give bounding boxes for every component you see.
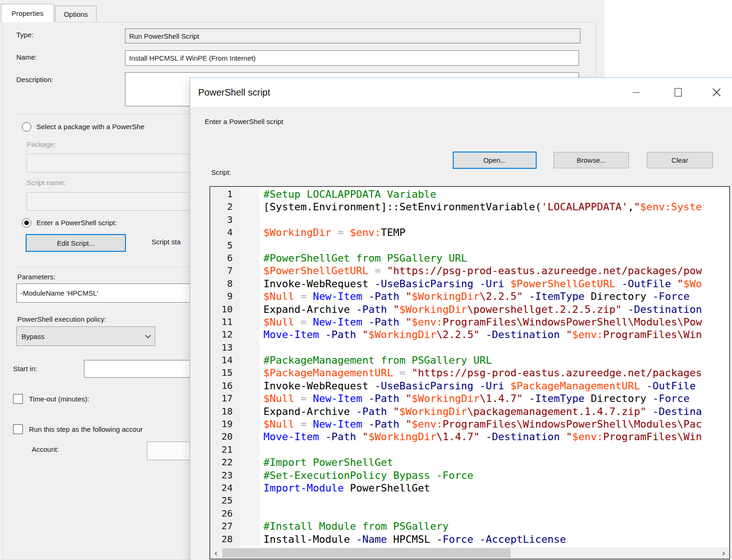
- script-name-label: Script name:: [27, 179, 66, 187]
- code-text: $WorkingDir = $env:TEMP: [260, 226, 406, 239]
- gutter-hatch: [240, 533, 260, 546]
- gutter-hatch: [240, 252, 260, 264]
- run-as-checkbox[interactable]: [13, 424, 23, 434]
- clear-button[interactable]: Clear: [647, 152, 713, 168]
- execution-policy-value: Bypass: [21, 332, 146, 340]
- start-in-label: Start in:: [13, 365, 37, 373]
- maximize-icon: [675, 88, 682, 97]
- line-number: 15: [210, 366, 240, 379]
- package-label: Package:: [27, 140, 56, 148]
- browse-button[interactable]: Browse...: [553, 152, 629, 168]
- dialog-title: PowerShell script: [198, 78, 270, 107]
- code-line: 10Expand-Archive -Path "$WorkingDir\powe…: [210, 303, 729, 316]
- code-line: 15$PackageManagementURL = "https://psg-p…: [210, 366, 729, 379]
- code-text: #PowerShellGet from PSGallery URL: [260, 252, 467, 264]
- code-line: 2[System.Environment]::SetEnvironmentVar…: [210, 200, 729, 213]
- code-text: [260, 341, 263, 354]
- powershell-script-dialog: PowerShell script Enter a PowerShell scr…: [190, 77, 732, 560]
- script-editor[interactable]: 1#Setup LOCALAPPDATA Variable2[System.En…: [209, 186, 730, 560]
- code-line: 11$Null = New-Item -Path "$env:ProgramFi…: [210, 316, 729, 328]
- code-text: $Null = New-Item -Path "$env:ProgramFile…: [260, 316, 702, 328]
- code-line: 13: [210, 341, 729, 354]
- code-line: 12Move-Item -Path "$WorkingDir\2.2.5" -D…: [210, 328, 729, 341]
- code-line: 17$Null = New-Item -Path "$WorkingDir\1.…: [210, 392, 729, 405]
- code-line: 25: [210, 494, 729, 507]
- tab-options[interactable]: Options: [55, 6, 97, 22]
- code-text: [System.Environment]::SetEnvironmentVari…: [260, 200, 702, 213]
- gutter-hatch: [240, 303, 260, 316]
- gutter-hatch: [240, 239, 260, 252]
- type-label: Type:: [16, 31, 34, 39]
- code-text: Move-Item -Path "$WorkingDir\1.4.7" -Des…: [260, 430, 702, 443]
- dialog-subtitle: Enter a PowerShell script: [205, 118, 283, 125]
- parameters-value: -ModuleName 'HPCMSL': [21, 289, 98, 297]
- code-line: 18Expand-Archive -Path "$WorkingDir\pack…: [210, 405, 729, 418]
- line-number: 19: [210, 418, 240, 430]
- minimize-icon: [633, 92, 640, 93]
- type-field: Run PowerShell Script: [125, 28, 580, 43]
- line-number: 28: [210, 533, 240, 546]
- code-text: Move-Item -Path "$WorkingDir\2.2.5" -Des…: [260, 328, 702, 341]
- code-text: #Install Module from PSGallery: [260, 520, 449, 532]
- gutter-hatch: [240, 354, 260, 366]
- code-line: 7$PowerShellGetURL = "https://psg-prod-e…: [210, 264, 729, 277]
- open-button[interactable]: Open...: [453, 152, 537, 169]
- execution-policy-dropdown[interactable]: Bypass: [16, 326, 155, 346]
- line-number: 16: [210, 380, 240, 392]
- run-as-label: Run this step as the following accour: [29, 425, 143, 433]
- code-text: Invoke-WebRequest -UseBasicParsing -Uri …: [260, 277, 702, 290]
- radio-enter-script[interactable]: [22, 218, 31, 228]
- code-line: 27#Install Module from PSGallery: [210, 520, 729, 532]
- radio-select-package[interactable]: [22, 122, 31, 131]
- scroll-right-icon[interactable]: ›: [718, 547, 729, 559]
- code-text: #PackageManagement from PSGallery URL: [260, 354, 492, 366]
- timeout-checkbox[interactable]: [13, 394, 23, 404]
- scroll-left-icon[interactable]: ‹: [210, 547, 221, 559]
- line-number: 17: [210, 392, 240, 405]
- code-lines[interactable]: 1#Setup LOCALAPPDATA Variable2[System.En…: [210, 188, 729, 547]
- code-text: Install-Module -Name HPCMSL -Force -Acce…: [260, 533, 566, 546]
- code-text: [260, 239, 263, 252]
- code-line: 1#Setup LOCALAPPDATA Variable: [210, 188, 729, 200]
- gutter-hatch: [240, 494, 260, 507]
- script-label: Script:: [211, 168, 231, 176]
- edit-script-button-label: Edit Script...: [57, 239, 95, 247]
- close-icon: [712, 88, 721, 97]
- gutter-hatch: [240, 482, 260, 494]
- line-number: 8: [210, 277, 240, 290]
- line-number: 26: [210, 507, 240, 520]
- line-number: 22: [210, 456, 240, 469]
- code-line: 19$Null = New-Item -Path "$env:ProgramFi…: [210, 418, 729, 430]
- name-value: Install HPCMSL if WinPE (From Internet): [129, 54, 256, 62]
- gutter-hatch: [240, 188, 260, 200]
- name-field[interactable]: Install HPCMSL if WinPE (From Internet): [125, 50, 579, 66]
- tab-properties[interactable]: Properties: [1, 4, 54, 22]
- horizontal-scrollbar[interactable]: ‹ ›: [210, 547, 729, 559]
- minimize-button[interactable]: [625, 78, 647, 107]
- close-button[interactable]: [706, 78, 727, 107]
- gutter-hatch: [240, 214, 260, 226]
- title-bar[interactable]: PowerShell script: [190, 78, 732, 107]
- gutter-hatch: [240, 380, 260, 392]
- tab-properties-label: Properties: [12, 9, 43, 17]
- gutter-hatch: [240, 328, 260, 341]
- browse-button-label: Browse...: [577, 156, 606, 164]
- code-line: 8Invoke-WebRequest -UseBasicParsing -Uri…: [210, 277, 729, 290]
- gutter-hatch: [240, 430, 260, 443]
- code-text: [260, 494, 263, 507]
- code-text: $Null = New-Item -Path "$WorkingDir\2.2.…: [260, 290, 690, 303]
- type-value: Run PowerShell Script: [129, 32, 199, 40]
- line-number: 10: [210, 303, 240, 316]
- radio-select-package-label: Select a package with a PowerShe: [36, 123, 145, 131]
- name-label: Name:: [16, 53, 37, 61]
- edit-script-button[interactable]: Edit Script...: [26, 234, 126, 252]
- scrollbar-thumb[interactable]: [222, 548, 511, 558]
- maximize-button[interactable]: [667, 78, 689, 107]
- line-number: 2: [210, 200, 240, 213]
- execution-policy-label: PowerShell execution policy:: [17, 315, 106, 323]
- description-label: Description:: [16, 76, 53, 83]
- code-line: 28Install-Module -Name HPCMSL -Force -Ac…: [210, 533, 729, 546]
- gutter-hatch: [240, 226, 260, 239]
- radio-enter-script-label: Enter a PowerShell script:: [36, 219, 117, 227]
- line-number: 5: [210, 239, 240, 252]
